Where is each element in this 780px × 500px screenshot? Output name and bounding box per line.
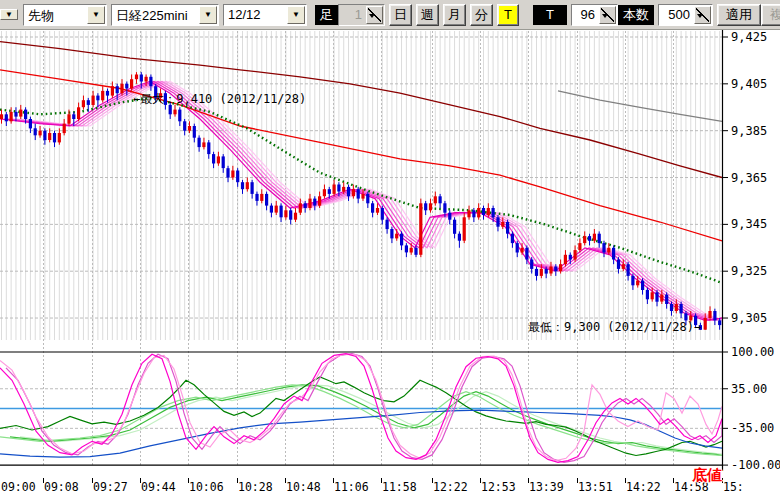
svg-text:09:08: 09:08 xyxy=(44,480,79,494)
session-high-annotation: ←最大：9,410 (2012/11/28) xyxy=(133,91,306,108)
svg-text:10:06: 10:06 xyxy=(189,480,224,494)
price-oscillator-canvas[interactable]: 9,4259,4059,3859,3659,3459,3259,305100.0… xyxy=(0,30,780,500)
svg-text:10:28: 10:28 xyxy=(238,480,273,494)
svg-text:9,345: 9,345 xyxy=(731,217,767,231)
spinner-updown-icon[interactable] xyxy=(694,6,711,24)
svg-text:14:22: 14:22 xyxy=(626,480,661,494)
svg-text:10:48: 10:48 xyxy=(286,480,321,494)
svg-text:9,365: 9,365 xyxy=(731,171,767,185)
bar-count-label: 本数 xyxy=(618,5,654,25)
tick-chip-label: T xyxy=(533,5,567,25)
chart-toolbar: ▼ 先物 ▼ 日経225mini ▼ 12/12 ▼ 足 1 日 週 月 分 T… xyxy=(0,0,780,30)
chevron-down-icon[interactable]: ▼ xyxy=(287,6,305,24)
apply-button[interactable]: 適用 xyxy=(717,4,761,26)
spinner-updown-icon[interactable] xyxy=(366,6,383,24)
svg-text:-35.00: -35.00 xyxy=(731,421,774,435)
svg-text:9,385: 9,385 xyxy=(731,124,767,138)
bar-type-label: 足 xyxy=(315,5,338,25)
svg-text:09:44: 09:44 xyxy=(141,480,176,494)
svg-text:100.00: 100.00 xyxy=(731,345,774,359)
multi-symbol-button[interactable]: 複数銘柄 xyxy=(761,4,780,26)
chevron-down-icon[interactable]: ▼ xyxy=(199,6,217,24)
partial-combo-arrow-icon[interactable]: ▼ xyxy=(0,9,18,20)
svg-text:15:: 15: xyxy=(723,480,744,494)
tick-count-stepper[interactable]: 96 xyxy=(571,4,618,26)
svg-text:9,305: 9,305 xyxy=(731,311,767,325)
interval-stepper[interactable]: 1 xyxy=(338,4,385,26)
contract-month-select[interactable]: 12/12 ▼ xyxy=(223,4,307,26)
svg-text:11:58: 11:58 xyxy=(382,480,417,494)
svg-text:13:51: 13:51 xyxy=(578,480,613,494)
instrument-type-select[interactable]: 先物 ▼ xyxy=(23,4,107,26)
svg-text:13:39: 13:39 xyxy=(529,480,564,494)
period-month-button[interactable]: 月 xyxy=(443,4,466,26)
svg-text:09:27: 09:27 xyxy=(93,480,128,494)
instrument-type-value: 先物 xyxy=(24,5,86,25)
tick-count-value: 96 xyxy=(572,5,598,25)
svg-text:-100.00: -100.00 xyxy=(731,458,780,472)
period-minute-button[interactable]: 分 xyxy=(470,4,493,26)
interval-value: 1 xyxy=(339,5,365,25)
svg-text:12:22: 12:22 xyxy=(433,480,468,494)
chart-area[interactable]: 9,4259,4059,3859,3659,3459,3259,305100.0… xyxy=(0,30,780,500)
session-low-annotation: 最低：9,300 (2012/11/28)→ xyxy=(528,319,701,336)
svg-text:9,325: 9,325 xyxy=(731,264,767,278)
contract-month-value: 12/12 xyxy=(224,5,286,25)
svg-text:35.00: 35.00 xyxy=(731,382,767,396)
svg-text:09:00: 09:00 xyxy=(1,480,36,494)
period-day-button[interactable]: 日 xyxy=(389,4,412,26)
svg-text:9,405: 9,405 xyxy=(731,77,767,91)
trading-app-window: { "toolbar": { "partial_arrow": "▼", "co… xyxy=(0,0,780,500)
svg-text:11:06: 11:06 xyxy=(334,480,369,494)
svg-text:9,425: 9,425 xyxy=(731,30,767,44)
svg-text:12:53: 12:53 xyxy=(481,480,516,494)
chevron-down-icon[interactable]: ▼ xyxy=(87,6,105,24)
period-week-button[interactable]: 週 xyxy=(416,4,439,26)
symbol-value: 日経225mini xyxy=(112,5,198,25)
tick-mode-button[interactable]: T xyxy=(497,4,519,26)
bar-count-value: 500 xyxy=(659,5,693,25)
symbol-select[interactable]: 日経225mini ▼ xyxy=(111,4,219,26)
bar-count-stepper[interactable]: 500 xyxy=(658,4,713,26)
bottom-price-tag: 底値 xyxy=(692,466,722,485)
spinner-updown-icon[interactable] xyxy=(599,6,616,24)
